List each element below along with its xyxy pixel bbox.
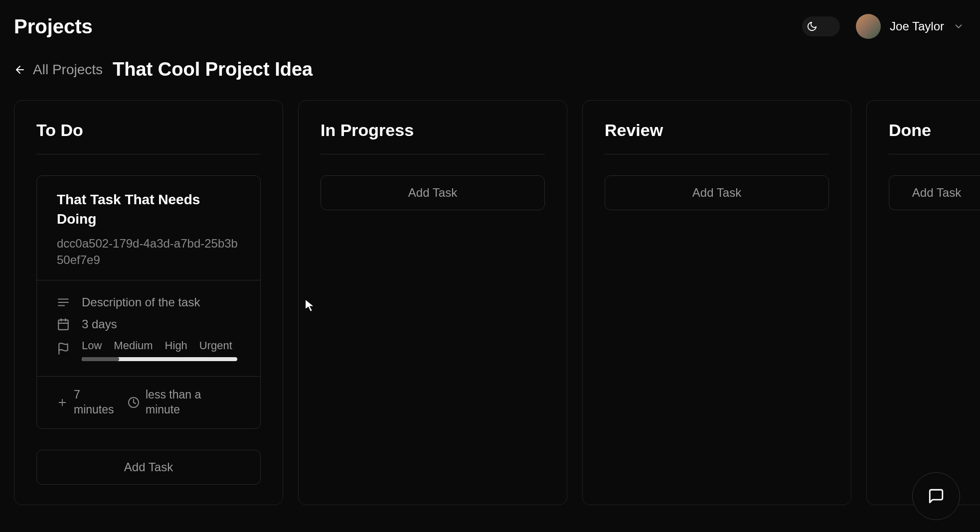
column-title: Done	[889, 121, 980, 154]
column-title: In Progress	[321, 121, 545, 154]
chat-icon	[928, 488, 945, 505]
task-description-row: Description of the task	[57, 291, 240, 313]
clock-icon	[128, 397, 140, 408]
column-done: Done Add Task	[866, 100, 980, 505]
kanban-board: To Do That Task That Needs Doing dcc0a50…	[0, 80, 980, 505]
updated-ago: less than a minute	[128, 388, 210, 417]
priority-wrap: Low Medium High Urgent	[82, 339, 237, 361]
page-title: Projects	[14, 15, 93, 38]
add-task-button[interactable]: Add Task	[889, 175, 980, 210]
column-todo: To Do That Task That Needs Doing dcc0a50…	[14, 100, 283, 505]
created-ago: 7 minutes	[57, 388, 120, 417]
column-in-progress: In Progress Add Task	[298, 100, 567, 505]
task-head: That Task That Needs Doing dcc0a502-179d…	[37, 176, 260, 280]
task-title: That Task That Needs Doing	[57, 190, 240, 229]
breadcrumb: All Projects That Cool Project Idea	[0, 39, 980, 80]
app-header: Projects Joe Taylor	[0, 0, 980, 39]
column-title: Review	[605, 121, 829, 154]
plus-icon	[57, 397, 68, 408]
back-to-projects[interactable]: All Projects	[14, 62, 103, 78]
task-due: 3 days	[82, 317, 117, 331]
text-icon	[57, 296, 70, 309]
add-task-button[interactable]: Add Task	[321, 175, 545, 210]
updated-ago-text: less than a minute	[146, 388, 210, 417]
user-menu[interactable]: Joe Taylor	[856, 14, 964, 39]
task-card[interactable]: That Task That Needs Doing dcc0a502-179d…	[36, 175, 261, 429]
header-left: Projects	[14, 15, 93, 38]
task-due-row: 3 days	[57, 313, 240, 335]
priority-fill	[82, 357, 119, 361]
column-review: Review Add Task	[582, 100, 851, 505]
priority-low: Low	[82, 339, 102, 352]
created-ago-text: 7 minutes	[74, 388, 120, 417]
column-title: To Do	[36, 121, 261, 154]
priority-high: High	[165, 339, 187, 352]
avatar	[856, 14, 881, 39]
arrow-left-icon	[14, 64, 26, 76]
flag-icon	[57, 342, 70, 355]
add-task-button[interactable]: Add Task	[605, 175, 829, 210]
project-title: That Cool Project Idea	[113, 59, 313, 80]
priority-slider[interactable]	[82, 357, 237, 361]
svg-rect-4	[58, 320, 68, 330]
priority-labels: Low Medium High Urgent	[82, 339, 237, 352]
header-right: Joe Taylor	[802, 14, 964, 39]
priority-medium: Medium	[114, 339, 153, 352]
back-label: All Projects	[33, 62, 103, 78]
chat-fab[interactable]	[912, 472, 960, 520]
priority-urgent: Urgent	[199, 339, 232, 352]
task-id: dcc0a502-179d-4a3d-a7bd-25b3b50ef7e9	[57, 236, 240, 268]
moon-icon	[804, 18, 820, 34]
task-foot: 7 minutes less than a minute	[37, 376, 260, 428]
username: Joe Taylor	[890, 19, 944, 33]
add-task-button[interactable]: Add Task	[36, 450, 261, 485]
theme-toggle[interactable]	[802, 16, 840, 36]
calendar-icon	[57, 318, 70, 331]
chevron-down-icon	[953, 21, 964, 32]
task-description: Description of the task	[82, 295, 200, 309]
task-meta: Description of the task 3 days Low	[37, 280, 260, 376]
task-priority-row: Low Medium High Urgent	[57, 335, 240, 365]
